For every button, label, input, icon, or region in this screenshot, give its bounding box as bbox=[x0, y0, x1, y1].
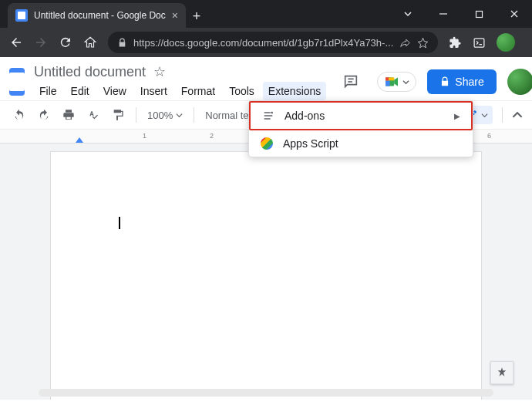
browser-titlebar: Untitled document - Google Doc × + bbox=[0, 0, 532, 28]
paint-format-button[interactable] bbox=[108, 105, 128, 125]
docs-header: Untitled document ☆ File Edit View Inser… bbox=[0, 57, 532, 100]
star-document-icon[interactable]: ☆ bbox=[153, 63, 166, 80]
share-label: Share bbox=[455, 76, 483, 88]
redo-button[interactable] bbox=[34, 105, 54, 125]
docs-menubar: File Edit View Insert Format Tools Exten… bbox=[34, 82, 326, 100]
docs-logo-icon[interactable] bbox=[9, 68, 25, 96]
menu-view[interactable]: View bbox=[98, 82, 132, 100]
apps-script-menu-item[interactable]: Apps Script bbox=[249, 130, 473, 157]
svg-rect-8 bbox=[386, 77, 389, 80]
undo-button[interactable] bbox=[9, 105, 29, 125]
address-bar[interactable]: https://docs.google.com/document/d/1gb7r… bbox=[108, 32, 438, 53]
menu-tools[interactable]: Tools bbox=[224, 82, 260, 100]
bookmark-star-icon[interactable] bbox=[417, 37, 429, 49]
window-close-button[interactable] bbox=[497, 0, 532, 28]
print-button[interactable] bbox=[59, 105, 79, 125]
zoom-value: 100% bbox=[147, 110, 173, 121]
extensions-puzzle-icon[interactable] bbox=[449, 36, 462, 49]
menu-format[interactable]: Format bbox=[176, 82, 221, 100]
window-controls bbox=[390, 0, 532, 28]
browser-tab[interactable]: Untitled document - Google Doc × bbox=[8, 3, 186, 28]
comment-history-icon[interactable] bbox=[335, 66, 366, 97]
extensions-dropdown: Add-ons ▶ Apps Script bbox=[248, 100, 473, 157]
document-canvas-area bbox=[0, 144, 532, 400]
menu-insert[interactable]: Insert bbox=[135, 82, 173, 100]
text-cursor-icon bbox=[119, 217, 120, 229]
ruler-number: 2 bbox=[210, 132, 214, 140]
horizontal-scrollbar[interactable] bbox=[39, 389, 493, 397]
ruler-number: 6 bbox=[487, 132, 491, 140]
document-page[interactable] bbox=[50, 151, 482, 400]
profile-avatar-icon[interactable] bbox=[497, 33, 515, 52]
toolbar-separator bbox=[502, 107, 503, 123]
url-text: https://docs.google.com/document/d/1gb7r… bbox=[133, 37, 393, 49]
tab-search-icon[interactable] bbox=[390, 9, 426, 19]
window-maximize-button[interactable] bbox=[461, 0, 497, 28]
nav-reload-button[interactable] bbox=[59, 35, 72, 49]
apps-script-label: Apps Script bbox=[283, 137, 338, 150]
ruler-number: 1 bbox=[143, 132, 146, 140]
chrome-menu-icon[interactable]: ⋮ bbox=[526, 34, 532, 51]
addons-icon bbox=[261, 109, 275, 123]
toolbar-separator bbox=[136, 107, 136, 123]
share-button[interactable]: Share bbox=[427, 69, 496, 94]
meet-button[interactable] bbox=[377, 72, 416, 92]
close-tab-icon[interactable]: × bbox=[172, 9, 178, 22]
menu-extensions[interactable]: Extensions bbox=[263, 82, 326, 100]
account-avatar-icon[interactable] bbox=[507, 69, 532, 95]
addons-menu-item[interactable]: Add-ons ▶ bbox=[249, 101, 473, 130]
toolbar-separator bbox=[194, 107, 194, 123]
svg-rect-1 bbox=[476, 11, 482, 17]
tab-title: Untitled document - Google Doc bbox=[34, 10, 166, 21]
window-minimize-button[interactable] bbox=[426, 0, 461, 28]
svg-rect-2 bbox=[474, 38, 484, 46]
addons-label: Add-ons bbox=[285, 110, 325, 122]
browser-urlbar: https://docs.google.com/document/d/1gb7r… bbox=[0, 28, 532, 57]
nav-back-button[interactable] bbox=[9, 35, 23, 49]
menu-file[interactable]: File bbox=[34, 82, 62, 100]
nav-home-button[interactable] bbox=[83, 35, 97, 49]
explore-button[interactable] bbox=[490, 361, 513, 384]
lock-icon bbox=[117, 38, 127, 48]
zoom-dropdown[interactable]: 100% bbox=[144, 110, 186, 121]
docs-favicon-icon bbox=[15, 9, 28, 22]
collapse-toolbar-icon[interactable] bbox=[512, 110, 523, 120]
doc-title[interactable]: Untitled document bbox=[34, 64, 146, 80]
share-url-icon[interactable] bbox=[399, 37, 411, 49]
new-tab-button[interactable]: + bbox=[186, 5, 207, 28]
nav-forward-button bbox=[34, 35, 48, 49]
spellcheck-button[interactable] bbox=[83, 105, 103, 125]
submenu-arrow-icon: ▶ bbox=[454, 112, 460, 120]
menu-edit[interactable]: Edit bbox=[66, 82, 95, 100]
left-indent-marker-icon[interactable] bbox=[76, 137, 83, 143]
apps-script-icon bbox=[260, 137, 274, 150]
terminal-extension-icon[interactable] bbox=[473, 36, 486, 49]
